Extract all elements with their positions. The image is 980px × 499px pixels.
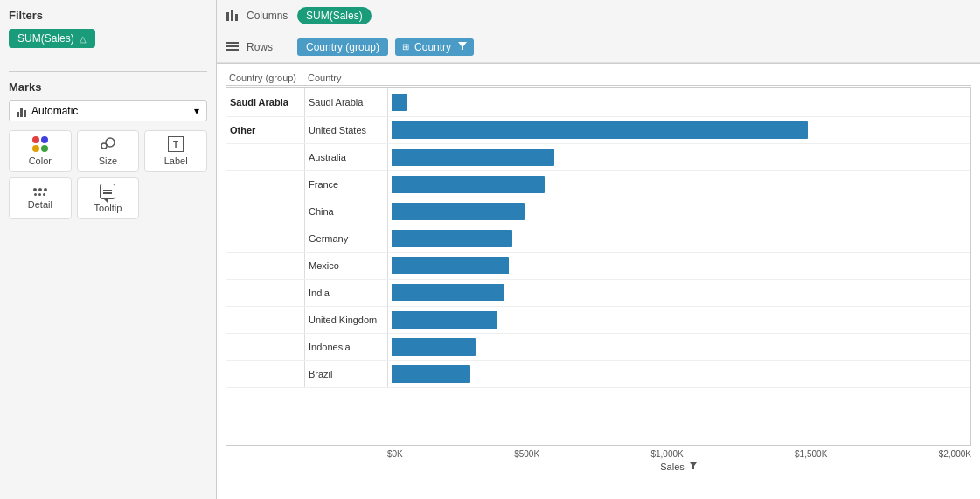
svg-rect-3 xyxy=(231,10,233,21)
table-row: Saudi ArabiaSaudi Arabia xyxy=(226,88,970,117)
bar[interactable] xyxy=(392,121,808,139)
x-axis: $0K$500K$1,000K$1,500K$2,000K Sales xyxy=(387,449,971,473)
x-axis-area: $0K$500K$1,000K$1,500K$2,000K Sales xyxy=(226,446,971,473)
table-row: Germany xyxy=(226,225,970,253)
group-cell xyxy=(226,361,305,387)
shelf-area: Columns SUM(Sales) Rows Country (group) … xyxy=(217,0,980,64)
label-icon: T xyxy=(168,136,184,152)
rows-shelf-icon xyxy=(226,40,240,54)
marks-section: Marks Automatic ▾ Color xyxy=(9,80,207,219)
rows-label: Rows xyxy=(247,41,290,53)
size-label: Size xyxy=(99,156,117,166)
country-cell: Mexico xyxy=(305,253,388,279)
country-cell: Australia xyxy=(305,144,388,170)
detail-icon xyxy=(33,188,47,196)
bar-cell xyxy=(388,307,970,333)
marks-dropdown-label: Automatic xyxy=(31,105,78,117)
bar[interactable] xyxy=(392,338,476,356)
table-row: United Kingdom xyxy=(226,307,970,334)
x-axis-sort-icon[interactable] xyxy=(688,461,699,473)
tooltip-label: Tooltip xyxy=(94,203,122,213)
tooltip-icon xyxy=(100,184,115,199)
bar[interactable] xyxy=(392,149,554,166)
rows-shelf: Rows Country (group) ⊞ Country xyxy=(217,31,980,63)
x-axis-label-row: Sales xyxy=(387,461,971,473)
marks-size-button[interactable]: Size xyxy=(77,130,140,172)
filter-badge[interactable]: SUM(Sales) △ xyxy=(9,29,95,48)
x-tick-label: $500K xyxy=(514,449,539,459)
table-row: OtherUnited States xyxy=(226,117,970,144)
x-tick-label: $1,500K xyxy=(795,449,827,459)
marks-color-button[interactable]: Color xyxy=(9,130,72,172)
country-cell: Germany xyxy=(305,225,388,252)
rows-pill-country[interactable]: ⊞ Country xyxy=(395,38,474,56)
group-cell xyxy=(226,334,305,360)
bar[interactable] xyxy=(392,230,512,247)
right-panel: Columns SUM(Sales) Rows Country (group) … xyxy=(217,0,980,499)
bar-cell xyxy=(388,334,970,360)
country-cell: France xyxy=(305,171,388,198)
bar-cell xyxy=(388,280,970,306)
svg-point-1 xyxy=(106,138,115,147)
bar-cell xyxy=(388,361,970,387)
x-tick-label: $0K xyxy=(387,449,403,459)
svg-rect-5 xyxy=(226,42,239,44)
bar-cell xyxy=(388,171,970,198)
country-cell: Saudi Arabia xyxy=(305,88,388,116)
group-cell: Other xyxy=(226,117,305,143)
group-col-header: Country (group) xyxy=(226,73,304,83)
marks-title: Marks xyxy=(9,80,207,94)
group-cell xyxy=(226,144,305,170)
table-row: Australia xyxy=(226,144,970,171)
color-dots-icon xyxy=(32,136,48,152)
filter-funnel-icon xyxy=(458,41,467,53)
marks-type-dropdown[interactable]: Automatic ▾ xyxy=(9,100,207,121)
marks-detail-button[interactable]: Detail xyxy=(9,177,72,219)
group-cell xyxy=(226,225,305,252)
table-row: India xyxy=(226,280,970,307)
chart-area: Country (group) Country Saudi ArabiaSaud… xyxy=(217,64,980,499)
bar[interactable] xyxy=(392,203,525,220)
table-row: Indonesia xyxy=(226,334,970,361)
bar-cell xyxy=(388,198,970,225)
svg-rect-4 xyxy=(235,14,238,21)
svg-rect-2 xyxy=(226,12,229,21)
country-cell: India xyxy=(305,280,388,306)
bar[interactable] xyxy=(392,365,470,383)
columns-label: Columns xyxy=(247,10,290,22)
group-cell xyxy=(226,171,305,198)
x-tick-label: $2,000K xyxy=(939,449,971,459)
group-cell xyxy=(226,280,305,306)
filters-title: Filters xyxy=(9,9,207,22)
bar[interactable] xyxy=(392,284,504,301)
marks-label-button[interactable]: T Label xyxy=(144,130,207,172)
group-cell: Saudi Arabia xyxy=(226,88,305,116)
bar[interactable] xyxy=(392,176,545,193)
country-cell: Brazil xyxy=(305,361,388,387)
bar[interactable] xyxy=(392,94,407,111)
bar[interactable] xyxy=(392,257,509,274)
detail-label: Detail xyxy=(28,199,52,210)
table-row: Brazil xyxy=(226,361,970,388)
bar[interactable] xyxy=(392,311,497,329)
columns-shelf: Columns SUM(Sales) xyxy=(217,0,980,31)
bar-cell xyxy=(388,225,970,252)
svg-rect-7 xyxy=(226,49,239,51)
bar-cell xyxy=(388,253,970,279)
svg-marker-8 xyxy=(458,42,467,50)
country-cell: United Kingdom xyxy=(305,307,388,333)
bar-chart-icon xyxy=(17,105,26,117)
country-cell: United States xyxy=(305,117,388,143)
table-row: China xyxy=(226,198,970,225)
columns-pill-label: SUM(Sales) xyxy=(306,10,363,22)
rows-pill-country-group[interactable]: Country (group) xyxy=(297,38,388,56)
columns-pill-sum-sales[interactable]: SUM(Sales) xyxy=(297,7,372,24)
left-panel: Filters SUM(Sales) △ Marks Automatic ▾ xyxy=(0,0,217,499)
svg-marker-9 xyxy=(690,462,697,469)
label-label: Label xyxy=(164,156,188,166)
group-cell xyxy=(226,253,305,279)
dropdown-arrow: ▾ xyxy=(194,105,199,117)
marks-tooltip-button[interactable]: Tooltip xyxy=(77,177,140,219)
rows-pill1-label: Country (group) xyxy=(306,41,379,53)
svg-rect-6 xyxy=(226,45,239,47)
